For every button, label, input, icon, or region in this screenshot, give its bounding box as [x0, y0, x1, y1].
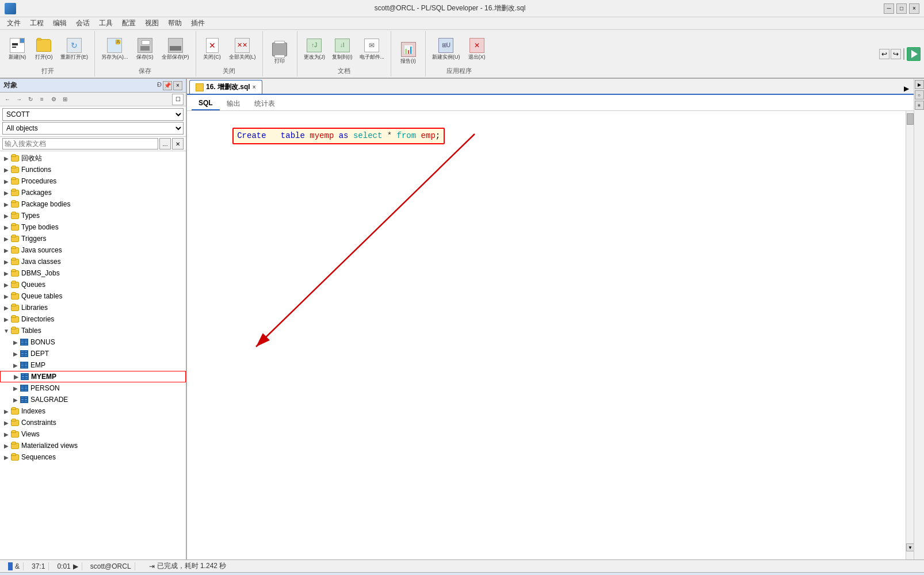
tree-label-procedures: Procedures [21, 177, 56, 185]
search-input[interactable] [2, 138, 158, 150]
exit-button[interactable]: ✕ 退出(X) [464, 36, 490, 63]
subtab-output[interactable]: 输出 [220, 97, 247, 110]
reload-button[interactable]: ↻ 重新打开(E) [58, 36, 91, 63]
update-button[interactable]: ↑J 更改为(J) [301, 36, 329, 63]
tree-item-libraries[interactable]: ▶Libraries [0, 302, 186, 313]
tree-item-person[interactable]: ▶PERSON [0, 382, 186, 394]
panel-checkbox[interactable]: ☐ [172, 94, 184, 105]
menu-plugins[interactable]: 插件 [186, 17, 209, 29]
menu-edit[interactable]: 编辑 [48, 17, 71, 29]
tree-item-tables[interactable]: ▼Tables [0, 325, 186, 336]
tree-item-qtables[interactable]: ▶Queue tables [0, 290, 186, 302]
tree-item-dbmsjobs[interactable]: ▶DBMS_Jobs [0, 267, 186, 279]
maximize-button[interactable]: □ [896, 3, 907, 14]
menu-project[interactable]: 工程 [25, 17, 48, 29]
tree-label-myemp: MYEMP [31, 373, 56, 381]
tree-item-typebodies[interactable]: ▶Type bodies [0, 221, 186, 233]
tree-item-sequences[interactable]: ▶Sequences [0, 451, 186, 463]
tree-item-functions[interactable]: ▶Functions [0, 164, 186, 175]
close-button[interactable]: ✕ 关闭(C) [200, 36, 225, 63]
tree-item-salgrade[interactable]: ▶SALGRADE [0, 394, 186, 405]
menu-file[interactable]: 文件 [2, 17, 25, 29]
saveas-button[interactable]: A 另存为(A)... [98, 36, 131, 63]
panel-forward-button[interactable]: → [14, 94, 24, 105]
menu-session[interactable]: 会话 [71, 17, 94, 29]
subtab-stats[interactable]: 统计表 [247, 97, 282, 110]
tree-arrow-recycle: ▶ [2, 155, 10, 162]
tree-item-queues[interactable]: ▶Queues [0, 279, 186, 290]
execute-button[interactable] [907, 47, 921, 61]
redo-button[interactable]: ↪ [891, 49, 901, 59]
tree-item-pkgbodies[interactable]: ▶Package bodies [0, 198, 186, 210]
editor-scrollbar[interactable]: ▼ [906, 111, 914, 559]
tree-item-views[interactable]: ▶Views [0, 428, 186, 440]
tree-icon-procedures [10, 177, 20, 186]
newinstance-button[interactable]: ⊞U 新建实例(U) [429, 36, 463, 63]
newinstance-icon: ⊞U [438, 37, 454, 53]
tree-icon-indexes [10, 407, 20, 416]
tree-item-myemp[interactable]: ▶MYEMP [0, 371, 186, 382]
status-blue-indicator [8, 562, 13, 570]
closeall-button[interactable]: ✕✕ 全部关闭(L) [226, 36, 259, 63]
tree-icon-sequences [10, 453, 20, 462]
subtab-sql[interactable]: SQL [192, 97, 220, 110]
panel-close-panel-button[interactable]: × [173, 81, 182, 90]
save-button[interactable]: 保存(S) [132, 36, 158, 63]
email-button[interactable]: ✉ 电子邮件... [357, 36, 388, 63]
new-button[interactable]: 新建(N) [5, 36, 30, 63]
search-clear-button[interactable]: ✕ [172, 138, 184, 150]
mini-btn-2[interactable]: ○ [915, 90, 924, 99]
panel-back-button[interactable]: ← [2, 94, 13, 105]
tree-item-recycle[interactable]: ▶回收站 [0, 152, 186, 164]
undo-button[interactable]: ↩ [879, 49, 889, 59]
save-icon [137, 37, 153, 53]
close-window-button[interactable]: × [909, 3, 919, 14]
open-button[interactable]: 打开(O) [31, 36, 56, 63]
menu-view[interactable]: 视图 [140, 17, 163, 29]
sql-tab[interactable]: 16. 增删改.sql × [189, 80, 262, 94]
tab-close-button[interactable]: × [253, 84, 256, 90]
schema-select[interactable]: SCOTT [2, 108, 184, 121]
saveall-button[interactable]: 全部保存(P) [159, 36, 192, 63]
panel-expand-button[interactable]: ⊞ [60, 94, 70, 105]
menu-help[interactable]: 帮助 [163, 17, 186, 29]
sql-editor[interactable]: Create table myemp as select * from emp;… [187, 111, 914, 559]
tree-item-directories[interactable]: ▶Directories [0, 313, 186, 325]
panel-filter-button[interactable]: ≡ [37, 94, 47, 105]
object-type-select[interactable]: All objects [2, 122, 184, 135]
mini-btn-1[interactable]: ▶ [915, 80, 924, 89]
tree-item-bonus[interactable]: ▶BONUS [0, 336, 186, 348]
minimize-button[interactable]: ─ [884, 3, 894, 14]
tree-item-packages[interactable]: ▶Packages [0, 187, 186, 198]
tree-item-procedures[interactable]: ▶Procedures [0, 175, 186, 187]
tree-arrow-sequences: ▶ [2, 454, 10, 461]
menu-config[interactable]: 配置 [117, 17, 140, 29]
tree-label-emp: EMP [30, 361, 45, 369]
search-browse-button[interactable]: … [159, 138, 171, 150]
tree-label-dbmsjobs: DBMS_Jobs [21, 269, 60, 277]
tab-arrow-right[interactable]: ▶ [902, 83, 911, 94]
tree-item-triggers[interactable]: ▶Triggers [0, 233, 186, 244]
report-button[interactable]: 📊 报告(I) [396, 40, 421, 67]
tree-label-packages: Packages [21, 189, 52, 197]
tree-item-javaclass[interactable]: ▶Java classes [0, 256, 186, 267]
menu-tools[interactable]: 工具 [94, 17, 117, 29]
panel-pin-button[interactable]: 📌 [163, 81, 172, 90]
print-button[interactable]: 打印 [267, 40, 292, 67]
tree-item-javasrc[interactable]: ▶Java sources [0, 244, 186, 256]
tree-arrow-functions: ▶ [2, 167, 10, 173]
tree-item-emp[interactable]: ▶EMP [0, 359, 186, 371]
copyto-icon: ↓I [334, 37, 350, 53]
scroll-down-button[interactable]: ▼ [906, 543, 914, 551]
tree-item-constraints[interactable]: ▶Constraints [0, 417, 186, 428]
copyto-button[interactable]: ↓I 复制到(I) [329, 36, 356, 63]
tree-item-indexes[interactable]: ▶Indexes [0, 405, 186, 417]
tree-icon-pkgbodies [10, 200, 20, 209]
tree-item-types[interactable]: ▶Types [0, 210, 186, 221]
scrollbar-thumb[interactable] [907, 113, 914, 125]
tree-item-dept[interactable]: ▶DEPT [0, 348, 186, 359]
panel-settings-button[interactable]: ⚙ [48, 94, 59, 105]
panel-refresh-button[interactable]: ↻ [25, 94, 36, 105]
tree-item-matviews[interactable]: ▶Materialized views [0, 440, 186, 451]
mini-btn-3[interactable]: ≡ [915, 101, 924, 110]
